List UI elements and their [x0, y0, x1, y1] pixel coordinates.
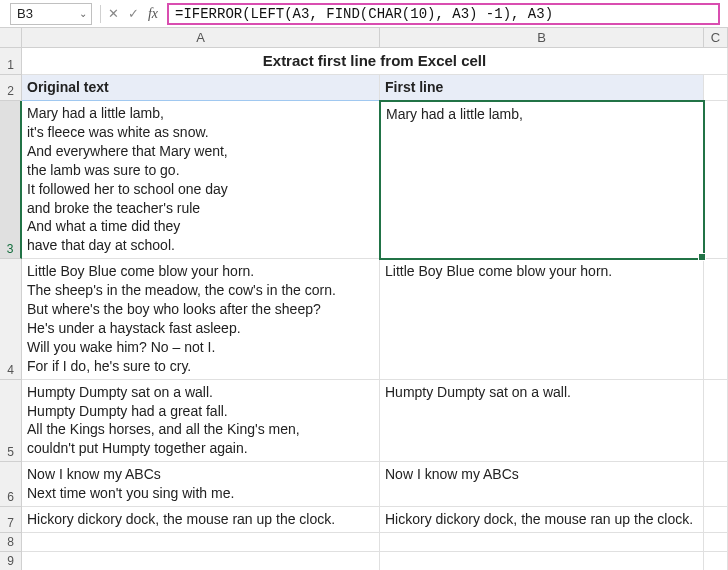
cell-c8[interactable]: [704, 533, 728, 552]
row-header-5[interactable]: 5: [0, 380, 22, 463]
cell-reference: B3: [17, 6, 33, 21]
cell-b7[interactable]: Hickory dickory dock, the mouse ran up t…: [380, 507, 704, 533]
column-header-c[interactable]: C: [704, 28, 728, 48]
cell-a8[interactable]: [22, 533, 380, 552]
row-header-8[interactable]: 8: [0, 533, 22, 552]
row-header-2[interactable]: 2: [0, 75, 22, 101]
cell-b3-selected[interactable]: Mary had a little lamb,: [379, 100, 705, 260]
formula-input[interactable]: =IFERROR(LEFT(A3, FIND(CHAR(10), A3) -1)…: [167, 3, 720, 25]
cell-a3[interactable]: Mary had a little lamb, it's fleece was …: [22, 101, 380, 259]
chevron-down-icon[interactable]: ⌄: [79, 8, 87, 19]
cell-a7[interactable]: Hickory dickory dock, the mouse ran up t…: [22, 507, 380, 533]
column-header-b[interactable]: B: [380, 28, 704, 48]
cell-b4[interactable]: Little Boy Blue come blow your horn.: [380, 259, 704, 379]
title-cell[interactable]: Extract first line from Excel cell: [22, 48, 728, 75]
row-header-9[interactable]: 9: [0, 552, 22, 570]
cell-c4[interactable]: [704, 259, 728, 379]
divider: [100, 5, 101, 23]
header-original[interactable]: Original text: [22, 75, 380, 101]
cancel-icon[interactable]: ✕: [103, 4, 123, 24]
formula-bar: B3 ⌄ ✕ ✓ fx =IFERROR(LEFT(A3, FIND(CHAR(…: [0, 0, 728, 28]
accept-icon[interactable]: ✓: [123, 4, 143, 24]
cell-c9[interactable]: [704, 552, 728, 570]
cell-c6[interactable]: [704, 462, 728, 507]
cell-b8[interactable]: [380, 533, 704, 552]
row-header-3[interactable]: 3: [0, 101, 22, 259]
cell-a6[interactable]: Now I know my ABCs Next time won't you s…: [22, 462, 380, 507]
cell-c2[interactable]: [704, 75, 728, 101]
cell-a5[interactable]: Humpty Dumpty sat on a wall. Humpty Dump…: [22, 380, 380, 463]
row-header-6[interactable]: 6: [0, 462, 22, 507]
row-header-4[interactable]: 4: [0, 259, 22, 379]
cell-b9[interactable]: [380, 552, 704, 570]
column-header-a[interactable]: A: [22, 28, 380, 48]
select-all-corner[interactable]: [0, 28, 22, 48]
row-header-1[interactable]: 1: [0, 48, 22, 75]
cell-c5[interactable]: [704, 380, 728, 463]
cell-b6[interactable]: Now I know my ABCs: [380, 462, 704, 507]
cell-a4[interactable]: Little Boy Blue come blow your horn. The…: [22, 259, 380, 379]
fx-icon[interactable]: fx: [143, 4, 163, 24]
cell-c3[interactable]: [704, 101, 728, 259]
name-box[interactable]: B3 ⌄: [10, 3, 92, 25]
cell-a9[interactable]: [22, 552, 380, 570]
cell-c7[interactable]: [704, 507, 728, 533]
cell-b5[interactable]: Humpty Dumpty sat on a wall.: [380, 380, 704, 463]
spreadsheet-grid: A B C 1 Extract first line from Excel ce…: [0, 28, 728, 570]
row-header-7[interactable]: 7: [0, 507, 22, 533]
header-firstline[interactable]: First line: [380, 75, 704, 101]
